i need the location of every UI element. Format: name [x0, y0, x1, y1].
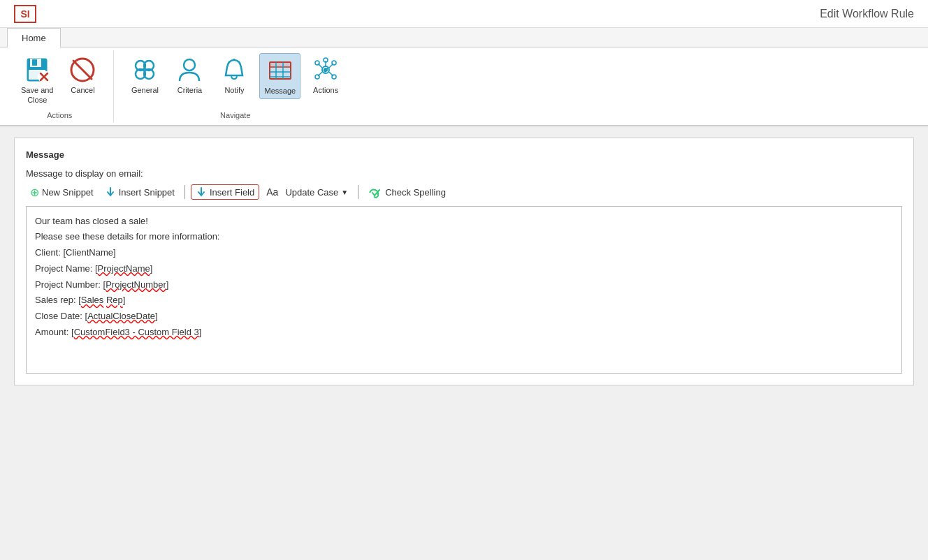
message-icon	[266, 57, 294, 84]
criteria-label: Criteria	[177, 85, 202, 95]
update-case-button[interactable]: Update Case ▼	[281, 186, 352, 199]
svg-point-27	[332, 61, 336, 65]
save-icon	[23, 56, 51, 84]
app-logo: SI	[14, 5, 36, 23]
insert-snippet-button[interactable]: Insert Snippet	[101, 185, 179, 200]
ribbon: Home	[0, 28, 928, 126]
message-label: Message	[264, 86, 296, 96]
actions-buttons: Save andClose Cancel	[17, 53, 102, 108]
cancel-label: Cancel	[71, 85, 94, 95]
svg-point-33	[315, 61, 319, 65]
notify-label: Notify	[224, 85, 244, 95]
criteria-icon	[175, 56, 203, 84]
window-title: Edit Workflow Rule	[820, 8, 914, 20]
message-line-7: Close Date: [ActualCloseDate]	[35, 309, 893, 325]
ribbon-group-navigate: General Criteria	[114, 50, 356, 122]
spelling-icon	[368, 186, 382, 198]
check-spelling-button[interactable]: Check Spelling	[364, 184, 450, 200]
actions-icon	[312, 56, 340, 84]
navigate-buttons: General Criteria	[125, 53, 345, 108]
svg-point-31	[315, 75, 319, 79]
new-snippet-button[interactable]: ⊕ New Snippet	[26, 184, 98, 200]
message-panel: Message Message to display on email: ⊕ N…	[14, 138, 914, 385]
message-line-3: Client: [ClientName]	[35, 245, 893, 261]
tab-home[interactable]: Home	[7, 28, 61, 47]
general-icon	[131, 56, 159, 84]
notify-icon	[220, 56, 248, 84]
message-line-1: Our team has closed a sale!	[35, 214, 893, 230]
message-line-4: Project Name: [ProjectName]	[35, 261, 893, 277]
navigate-group-label: Navigate	[220, 111, 250, 119]
svg-point-29	[332, 75, 336, 79]
general-label: General	[131, 85, 159, 95]
message-toolbar: ⊕ New Snippet Insert Snippet Ins	[26, 184, 902, 200]
ribbon-group-actions: Save andClose Cancel Actions	[6, 50, 114, 122]
message-line-2: Please see these details for more inform…	[35, 229, 893, 245]
svg-rect-16	[270, 62, 291, 67]
ribbon-content: Save andClose Cancel Actions	[0, 47, 928, 125]
dropdown-arrow-icon: ▼	[341, 189, 348, 196]
actions-nav-label: Actions	[313, 85, 338, 95]
ribbon-tab-bar: Home	[0, 28, 928, 47]
actions-group-label: Actions	[47, 111, 72, 119]
message-line-8: Amount: [CustomField3 - Custom Field 3]	[35, 325, 893, 341]
save-close-button[interactable]: Save andClose	[17, 53, 57, 108]
svg-rect-2	[32, 59, 37, 66]
update-case-label: Update Case	[285, 187, 338, 198]
message-button[interactable]: Message	[259, 53, 300, 99]
save-close-label: Save andClose	[21, 85, 53, 105]
new-snippet-label: New Snippet	[42, 187, 94, 198]
cancel-button[interactable]: Cancel	[63, 53, 102, 98]
main-content: Message Message to display on email: ⊕ N…	[0, 126, 928, 476]
notify-button[interactable]: Notify	[215, 53, 254, 98]
message-line-5: Project Number: [ProjectNumber]	[35, 277, 893, 293]
svg-point-13	[184, 59, 195, 71]
actions-nav-button[interactable]: Actions	[306, 53, 345, 98]
message-text-area[interactable]: Our team has closed a sale! Please see t…	[26, 206, 902, 374]
cancel-icon	[68, 56, 96, 84]
panel-title: Message	[26, 149, 902, 160]
criteria-button[interactable]: Criteria	[170, 53, 209, 98]
check-spelling-label: Check Spelling	[385, 187, 446, 198]
plus-circle-icon: ⊕	[30, 186, 39, 199]
toolbar-text-aa: Aa	[266, 186, 278, 198]
insert-field-icon	[196, 186, 207, 198]
svg-line-8	[73, 61, 92, 79]
insert-field-button[interactable]: Insert Field	[191, 184, 259, 200]
general-button[interactable]: General	[125, 53, 164, 98]
message-line-6: Sales rep: [Sales Rep]	[35, 293, 893, 309]
insert-snippet-icon	[105, 186, 116, 198]
email-label: Message to display on email:	[26, 168, 902, 179]
insert-snippet-label: Insert Snippet	[119, 187, 175, 198]
toolbar-sep-2	[358, 185, 358, 199]
title-bar: SI Edit Workflow Rule	[0, 0, 928, 28]
insert-field-label: Insert Field	[210, 187, 254, 198]
toolbar-sep-1	[184, 185, 185, 199]
